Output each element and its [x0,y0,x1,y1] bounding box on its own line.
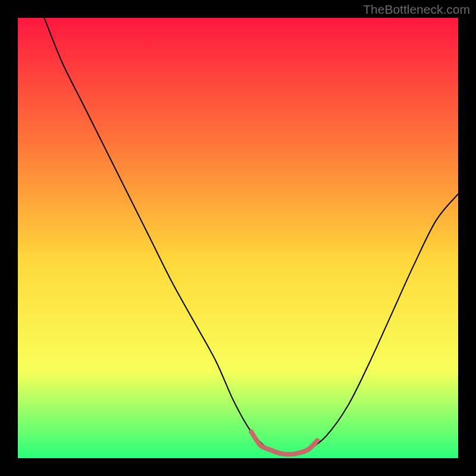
gradient-background [18,18,458,458]
chart-canvas [18,18,458,458]
watermark-text: TheBottleneck.com [363,2,470,17]
plot-area [18,18,458,458]
